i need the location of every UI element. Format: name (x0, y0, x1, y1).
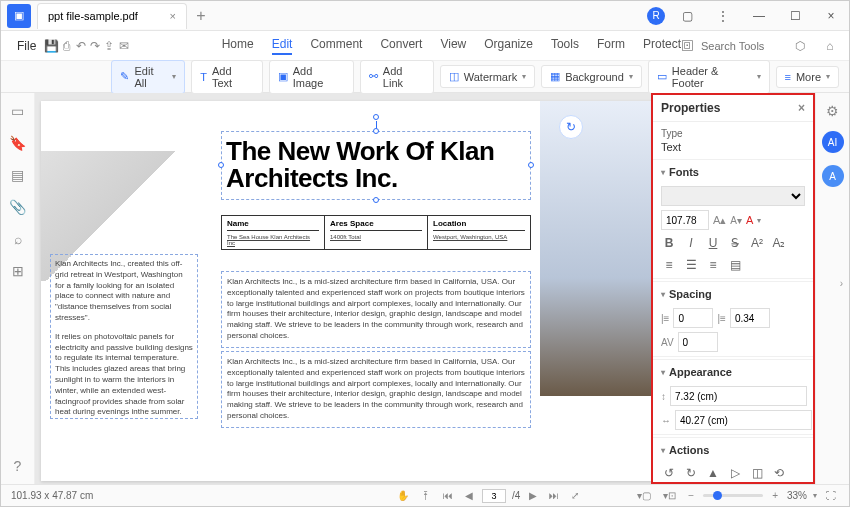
bookmark-icon[interactable]: 🔖 (9, 135, 26, 151)
tab-protect[interactable]: Protect (643, 37, 681, 55)
last-page-icon[interactable]: ⏭ (546, 490, 562, 501)
redo-icon[interactable]: ↷ (88, 39, 102, 53)
add-image-button[interactable]: ▣Add Image (269, 60, 354, 94)
background-button[interactable]: ▦Background▾ (541, 65, 642, 88)
resize-handle[interactable] (373, 128, 379, 134)
tab-edit[interactable]: Edit (272, 37, 293, 55)
document-area[interactable]: › ↻ The New Work Of Klan Architects Inc.… (35, 93, 651, 484)
font-color-icon[interactable]: A (746, 214, 753, 226)
font-family-select[interactable] (661, 186, 805, 206)
view-mode-icon[interactable]: ▾▢ (634, 490, 654, 501)
headline-textbox[interactable]: The New Work Of Klan Architects Inc. (221, 131, 531, 200)
grid-icon[interactable]: ⊞ (12, 263, 24, 279)
tab-home[interactable]: Home (222, 37, 254, 55)
fit-width-icon[interactable]: ▾⊡ (660, 490, 679, 501)
more-button[interactable]: ≡More▾ (776, 66, 839, 88)
add-tab-button[interactable]: + (191, 7, 211, 25)
document-tab[interactable]: ppt file-sample.pdf × (37, 3, 187, 29)
zoom-in-icon[interactable]: + (769, 490, 781, 501)
watermark-button[interactable]: ◫Watermark▾ (440, 65, 535, 88)
mail-icon[interactable]: ✉ (116, 39, 130, 53)
tab-tools[interactable]: Tools (551, 37, 579, 55)
crop-icon[interactable]: ◫ (749, 466, 765, 480)
rotate-right-icon[interactable]: ↻ (683, 466, 699, 480)
add-text-button[interactable]: TAdd Text (191, 60, 262, 94)
height-input[interactable] (675, 410, 812, 430)
ai-tool-icon[interactable]: AI (822, 131, 844, 153)
undo-icon[interactable]: ↶ (74, 39, 88, 53)
reflow-icon[interactable]: ⤢ (568, 490, 582, 501)
close-panel-icon[interactable]: × (798, 101, 805, 115)
tab-view[interactable]: View (440, 37, 466, 55)
decrease-font-icon[interactable]: A▾ (730, 215, 742, 226)
home-icon[interactable]: ⌂ (819, 39, 841, 53)
align-justify-icon[interactable]: ▤ (727, 258, 743, 272)
zoom-slider[interactable] (703, 494, 763, 497)
subscript-icon[interactable]: A₂ (771, 236, 787, 250)
attachment-icon[interactable]: 📎 (9, 199, 26, 215)
baseline-input[interactable] (678, 332, 718, 352)
char-spacing-input[interactable] (730, 308, 770, 328)
hand-tool-icon[interactable]: ✋ (394, 490, 412, 501)
minimize-button[interactable]: — (741, 2, 777, 30)
share-icon[interactable]: ⇪ (102, 39, 116, 53)
collapse-icon[interactable]: › (840, 278, 843, 289)
strikethrough-icon[interactable]: S̶ (727, 236, 743, 250)
body-textbox-1[interactable]: Klan Architects Inc., is a mid-sized arc… (221, 271, 531, 348)
tab-convert[interactable]: Convert (380, 37, 422, 55)
app-box-icon[interactable]: ▢ (669, 2, 705, 30)
actions-group[interactable]: Actions (653, 437, 813, 462)
float-action-icon[interactable]: ↻ (559, 115, 583, 139)
rotate-handle[interactable] (373, 114, 379, 120)
save-icon[interactable]: 💾 (44, 39, 59, 53)
select-tool-icon[interactable]: ⭱ (418, 490, 434, 501)
maximize-button[interactable]: ☐ (777, 2, 813, 30)
font-size-input[interactable] (661, 210, 709, 230)
appearance-group[interactable]: Appearance (653, 359, 813, 384)
tab-comment[interactable]: Comment (310, 37, 362, 55)
resize-handle[interactable] (218, 162, 224, 168)
align-right-icon[interactable]: ≡ (705, 258, 721, 272)
cloud-icon[interactable]: ⬡ (789, 39, 811, 53)
edit-all-button[interactable]: ✎Edit All▾ (111, 60, 185, 94)
tab-form[interactable]: Form (597, 37, 625, 55)
settings-icon[interactable]: ⚙ (826, 103, 839, 119)
resize-handle[interactable] (528, 162, 534, 168)
zoom-out-icon[interactable]: − (685, 490, 697, 501)
user-badge[interactable]: R (647, 7, 665, 25)
bold-icon[interactable]: B (661, 236, 677, 250)
overflow-icon[interactable]: ⋮ (705, 2, 741, 30)
assistant-icon[interactable]: A (822, 165, 844, 187)
sidebar-textbox[interactable]: Klan Architects Inc., created this off-g… (50, 254, 198, 419)
fullscreen-icon[interactable]: ⛶ (823, 490, 839, 501)
first-page-icon[interactable]: ⏮ (440, 490, 456, 501)
info-table[interactable]: NameThe Sea House Klan Architects Inc Ar… (221, 215, 531, 250)
flip-h-icon[interactable]: ▲ (705, 466, 721, 480)
resize-handle[interactable] (373, 197, 379, 203)
search-panel-icon[interactable]: ⌕ (14, 231, 22, 247)
rotate-left-icon[interactable]: ↺ (661, 466, 677, 480)
replace-icon[interactable]: ⟲ (771, 466, 787, 480)
page-number-input[interactable] (482, 489, 506, 503)
help-icon[interactable]: ? (14, 458, 22, 474)
prev-page-icon[interactable]: ◀ (462, 490, 476, 501)
spacing-group[interactable]: Spacing (653, 281, 813, 306)
search-input[interactable] (701, 40, 781, 52)
thumbnails-icon[interactable]: ▭ (11, 103, 24, 119)
line-spacing-input[interactable] (673, 308, 713, 328)
print-icon[interactable]: ⎙ (59, 39, 73, 53)
align-left-icon[interactable]: ≡ (661, 258, 677, 272)
fonts-group[interactable]: Fonts (653, 159, 813, 184)
increase-font-icon[interactable]: A▴ (713, 214, 726, 227)
layers-icon[interactable]: ▤ (11, 167, 24, 183)
add-link-button[interactable]: ⚯Add Link (360, 60, 434, 94)
close-tab-icon[interactable]: × (170, 10, 176, 22)
close-window-button[interactable]: × (813, 2, 849, 30)
width-input[interactable] (670, 386, 807, 406)
underline-icon[interactable]: U (705, 236, 721, 250)
next-page-icon[interactable]: ▶ (526, 490, 540, 501)
flip-v-icon[interactable]: ▷ (727, 466, 743, 480)
zoom-dropdown-icon[interactable]: ▾ (813, 491, 817, 500)
headline-text[interactable]: The New Work Of Klan Architects Inc. (226, 138, 526, 193)
file-menu[interactable]: File (9, 37, 44, 55)
